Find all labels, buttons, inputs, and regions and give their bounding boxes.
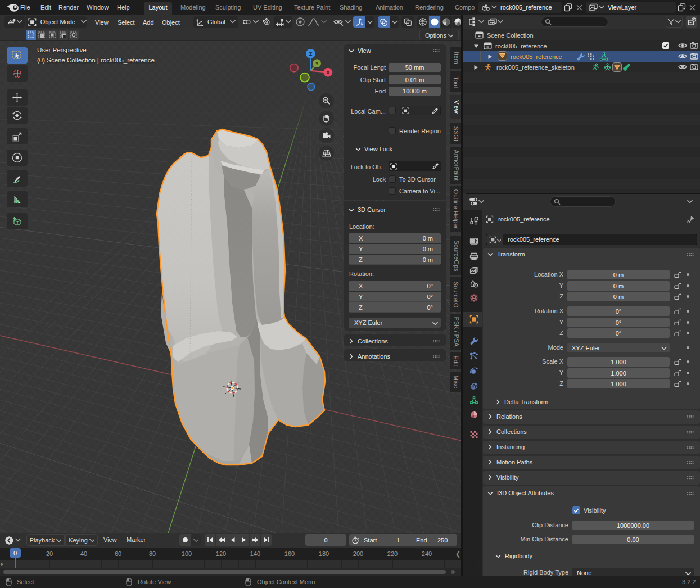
svg-text:Z: Z xyxy=(309,51,313,57)
svg-text:X: X xyxy=(326,69,330,75)
svg-text:Y: Y xyxy=(315,61,319,66)
